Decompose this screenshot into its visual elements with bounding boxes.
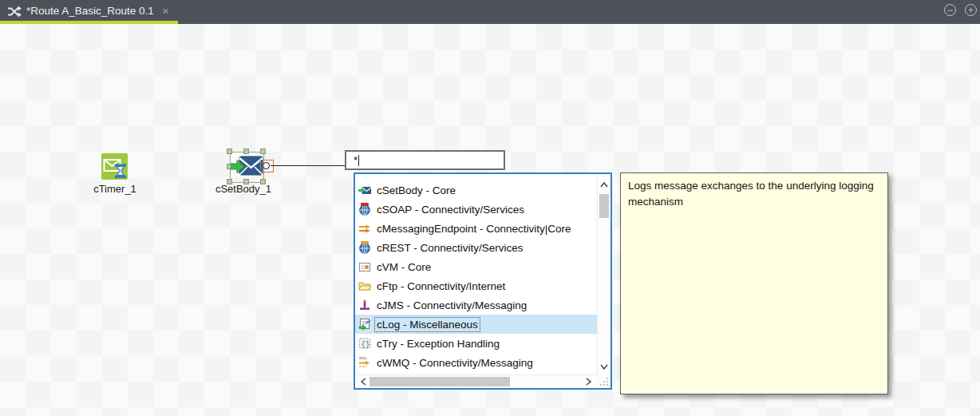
dropdown-item-cvm[interactable]: cVM - Core <box>355 257 597 276</box>
vertical-scrollbar[interactable] <box>597 174 611 374</box>
selection-handle[interactable] <box>243 149 249 154</box>
cftp-icon <box>358 279 371 292</box>
crest-icon <box>358 241 371 254</box>
dropdown-item-label: cLog - Miscellaneous <box>375 318 480 331</box>
component-suggestions-list: cSetBody - CorecSOAP - Connectivity/Serv… <box>355 174 597 374</box>
dropdown-item-label: cMessagingEndpoint - Connectivity|Core <box>375 222 573 236</box>
component-suggestions-dropdown: cSetBody - CorecSOAP - Connectivity/Serv… <box>354 172 612 390</box>
svg-text:{}: {} <box>362 341 370 349</box>
dropdown-item-label: cVM - Core <box>375 260 433 274</box>
dropdown-item-label: cJMS - Connectivity/Messaging <box>375 299 528 312</box>
dropdown-item-cjms[interactable]: cJMS - Connectivity/Messaging <box>355 295 597 315</box>
dropdown-item-csetbody[interactable]: cSetBody - Core <box>355 180 597 200</box>
search-input-value: * <box>354 154 358 166</box>
dropdown-item-crest[interactable]: cREST - Connectivity/Services <box>355 238 597 257</box>
selection-handle[interactable] <box>227 149 232 154</box>
dropdown-item-csoap[interactable]: cSOAP - Connectivity/Services <box>355 200 597 219</box>
dropdown-item-label: cSOAP - Connectivity/Services <box>375 203 526 216</box>
component-search-box[interactable]: * <box>345 150 505 170</box>
minimize-view-button[interactable]: − <box>944 4 956 16</box>
scroll-up-icon[interactable] <box>598 179 611 192</box>
selection-handle[interactable] <box>260 149 266 154</box>
csetbody-icon <box>231 155 264 179</box>
maximize-view-button[interactable]: + <box>965 4 977 16</box>
dropdown-item-label: cFtp - Connectivity/Internet <box>375 279 507 293</box>
component-csetbody[interactable] <box>231 155 264 179</box>
component-description-tooltip: Logs message exchanges to the underlying… <box>620 172 888 394</box>
dropdown-item-label: cREST - Connectivity/Services <box>375 241 525 255</box>
dropdown-item-ctry[interactable]: {}cTry - Exception Handling <box>355 334 597 353</box>
cwmq-icon: WMQ <box>358 356 371 369</box>
text-caret <box>358 155 359 166</box>
ctry-icon: {} <box>358 337 371 350</box>
csoap-icon <box>358 203 371 216</box>
route-icon <box>7 6 22 18</box>
component-ctimer[interactable] <box>101 153 128 180</box>
design-canvas[interactable]: cTimer_1 cSetBody_1 * c <box>0 24 980 416</box>
dropdown-item-cmessagingendpoint[interactable]: cMessagingEndpoint - Connectivity|Core <box>355 219 597 238</box>
dropdown-item-cftp[interactable]: cFtp - Connectivity/Internet <box>355 276 597 295</box>
tab-route[interactable]: *Route A_Basic_Route 0.1 × <box>0 0 178 21</box>
connection-line <box>271 165 345 166</box>
connector-circle[interactable] <box>263 162 270 169</box>
scroll-right-icon[interactable] <box>582 375 595 388</box>
dropdown-item-label: cSetBody - Core <box>375 184 457 197</box>
cmessagingendpoint-icon <box>358 222 371 235</box>
dropdown-item-cwmq[interactable]: WMQcWMQ - Connectivity/Messaging <box>355 353 597 372</box>
vertical-scrollbar-thumb[interactable] <box>599 194 609 218</box>
scroll-left-icon[interactable] <box>358 375 370 388</box>
tab-title: *Route A_Basic_Route 0.1 <box>26 5 154 17</box>
scroll-down-icon[interactable] <box>598 360 611 373</box>
tab-bar: *Route A_Basic_Route 0.1 × − + <box>0 0 980 24</box>
clog-icon <box>358 318 371 331</box>
ctimer-icon <box>101 153 128 180</box>
route-designer-window: *Route A_Basic_Route 0.1 × − + cTimer_1 <box>0 0 980 416</box>
dropdown-item-label: cWMQ - Connectivity/Messaging <box>375 356 535 370</box>
dropdown-item-label: cTry - Exception Handling <box>375 337 501 351</box>
resize-grip[interactable] <box>597 374 611 388</box>
csetbody-icon <box>358 184 371 196</box>
tooltip-text: Logs message exchanges to the underlying… <box>628 180 874 208</box>
cvm-icon <box>358 260 371 273</box>
horizontal-scrollbar-thumb[interactable] <box>369 377 510 386</box>
component-label-ctimer: cTimer_1 <box>71 183 159 195</box>
cjms-icon <box>358 299 371 311</box>
svg-text:WMQ: WMQ <box>359 357 367 360</box>
horizontal-scrollbar[interactable] <box>355 374 597 388</box>
dropdown-item-clog[interactable]: cLog - Miscellaneous <box>355 315 597 334</box>
component-label-csetbody: cSetBody_1 <box>200 183 287 195</box>
tab-close-icon[interactable]: × <box>162 4 169 18</box>
